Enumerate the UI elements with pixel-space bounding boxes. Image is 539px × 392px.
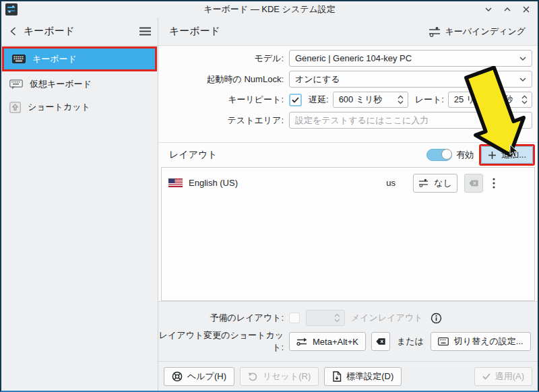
content-body: モデル: Generic | Generic 104-key PC 起動時の N… (158, 46, 538, 391)
sidebar-header-label: キーボード (24, 25, 133, 38)
delay-label: 遅延: (309, 94, 329, 106)
us-flag-icon (168, 178, 183, 187)
spare-layout-checkbox-disabled (289, 313, 300, 323)
document-icon (332, 371, 342, 382)
numlock-label: 起動時の NumLock: (158, 73, 284, 86)
spare-layout-label: 予備のレイアウト: (158, 312, 284, 324)
reset-label: リセット(R) (263, 370, 311, 383)
page-title: キーボード (169, 25, 220, 38)
rate-label: レート: (415, 94, 444, 106)
row-menu-icon[interactable] (488, 174, 499, 193)
plus-icon (488, 151, 497, 160)
window-controls (484, 5, 538, 14)
virtual-keyboard-icon (9, 79, 23, 90)
layouts-enabled-label: 有効 (456, 149, 474, 161)
model-combobox[interactable]: Generic | Generic 104-key PC (289, 50, 532, 67)
keybindings-label: キーバインディング (445, 26, 526, 38)
layouts-enabled-toggle[interactable] (426, 149, 452, 161)
layout-row-english-us[interactable]: English (US) us なし (162, 168, 534, 198)
defaults-button[interactable]: 標準設定(D) (324, 367, 402, 386)
numlock-combobox[interactable]: オンにする (289, 71, 532, 88)
spinner-arrows-icon[interactable] (521, 95, 528, 104)
window-title: キーボード — KDE システム設定 (1, 3, 538, 15)
main-area: キーボード キーボード (1, 18, 538, 391)
switch-shortcut-label: レイアウト変更のショートカット: (158, 329, 284, 354)
spinner-arrows-icon[interactable] (398, 95, 404, 104)
layout-code: us (386, 178, 395, 188)
help-lifebuoy-icon (172, 371, 183, 382)
remove-layout-button-disabled (464, 174, 483, 193)
keybindings-button[interactable]: キーバインディング (424, 25, 530, 38)
check-icon (482, 373, 490, 380)
undo-icon (248, 372, 258, 381)
sidebar-item-keyboard[interactable]: キーボード (4, 48, 155, 69)
switching-settings-button[interactable]: 切り替えの設定... (431, 332, 531, 351)
key-repeat-row: キーリピート: 遅延: 600 ミリ秒 レート: (158, 92, 532, 108)
apply-label: 適用(A) (495, 370, 524, 383)
info-icon[interactable] (431, 313, 442, 324)
help-label: ヘルプ(H) (187, 370, 226, 383)
shift-key-icon (9, 102, 21, 113)
reset-button-disabled: リセット(R) (240, 367, 319, 386)
backspace-icon (469, 179, 478, 187)
keyboard-icon (438, 337, 449, 346)
or-label: または (397, 335, 424, 348)
sidebar: キーボード キーボード (1, 18, 158, 391)
layout-options-panel: 予備のレイアウト: メインレイアウト (158, 301, 538, 361)
swap-arrows-icon (296, 337, 307, 346)
spinner-arrows-icon (334, 313, 340, 323)
close-button[interactable] (521, 5, 531, 14)
switch-shortcut-row: レイアウト変更のショートカット: Meta+Alt+K (158, 329, 532, 354)
switching-settings-label: 切り替えの設定... (454, 335, 524, 348)
main-layout-label: メインレイアウト (351, 312, 422, 324)
rate-spinbox[interactable]: 25 リピート/秒 (448, 92, 532, 108)
check-icon (292, 97, 299, 103)
add-layout-label: 追加... (501, 149, 526, 161)
add-layout-button[interactable]: 追加... (481, 146, 533, 164)
annotation-red-box-add: 追加... (479, 144, 535, 166)
chevron-down-icon (519, 57, 526, 61)
sidebar-item-shortcuts[interactable]: ショートカット (1, 96, 158, 119)
app-icon (5, 3, 18, 15)
keyboard-form: モデル: Generic | Generic 104-key PC 起動時の N… (158, 46, 538, 133)
delay-value: 600 ミリ秒 (339, 94, 393, 106)
layout-variant-button[interactable]: なし (413, 174, 457, 193)
layout-name: English (US) (189, 178, 386, 188)
model-row: モデル: Generic | Generic 104-key PC (158, 50, 532, 67)
spare-layout-spinbox-disabled (306, 310, 345, 326)
maximize-button[interactable] (503, 5, 512, 14)
sliders-icon (418, 178, 429, 187)
test-area-row: テストエリア: (158, 112, 532, 129)
key-repeat-label: キーリピート: (158, 94, 284, 106)
sidebar-item-label: ショートカット (28, 101, 90, 113)
layout-variant-label: なし (434, 177, 452, 189)
kde-system-settings-window: キーボード — KDE システム設定 キーボード (0, 0, 539, 392)
help-button[interactable]: ヘルプ(H) (164, 367, 234, 386)
layout-list: English (US) us なし (161, 167, 535, 301)
layouts-title: レイアウト (169, 149, 426, 161)
clear-shortcut-button[interactable] (371, 332, 390, 351)
sidebar-item-label: キーボード (32, 53, 77, 65)
content-pane: キーボード キーバインディング モデル: (158, 18, 538, 391)
shortcut-binding-button[interactable]: Meta+Alt+K (289, 332, 366, 351)
back-icon[interactable] (9, 26, 17, 36)
model-label: モデル: (158, 53, 284, 65)
test-area-label: テストエリア: (158, 115, 284, 127)
rate-value: 25 リピート/秒 (454, 94, 517, 106)
key-repeat-checkbox[interactable] (289, 94, 302, 106)
footer-buttons: ヘルプ(H) リセット(R) (158, 361, 538, 391)
sidebar-item-virtual-keyboard[interactable]: 仮想キーボード (1, 73, 158, 96)
chevron-down-icon (519, 77, 526, 81)
numlock-value: オンにする (295, 73, 514, 86)
layouts-header: レイアウト 有効 追加... (158, 143, 538, 167)
keyboard-icon (12, 55, 26, 63)
backspace-icon (376, 337, 385, 346)
test-area-input[interactable] (289, 112, 532, 129)
delay-spinbox[interactable]: 600 ミリ秒 (333, 92, 408, 108)
toggle-knob (441, 149, 452, 160)
minimize-button[interactable] (484, 5, 493, 14)
titlebar: キーボード — KDE システム設定 (1, 1, 538, 18)
annotation-red-box-sidebar: キーボード (2, 46, 157, 71)
hamburger-menu-icon[interactable] (139, 27, 151, 36)
sidebar-header: キーボード (1, 18, 158, 46)
